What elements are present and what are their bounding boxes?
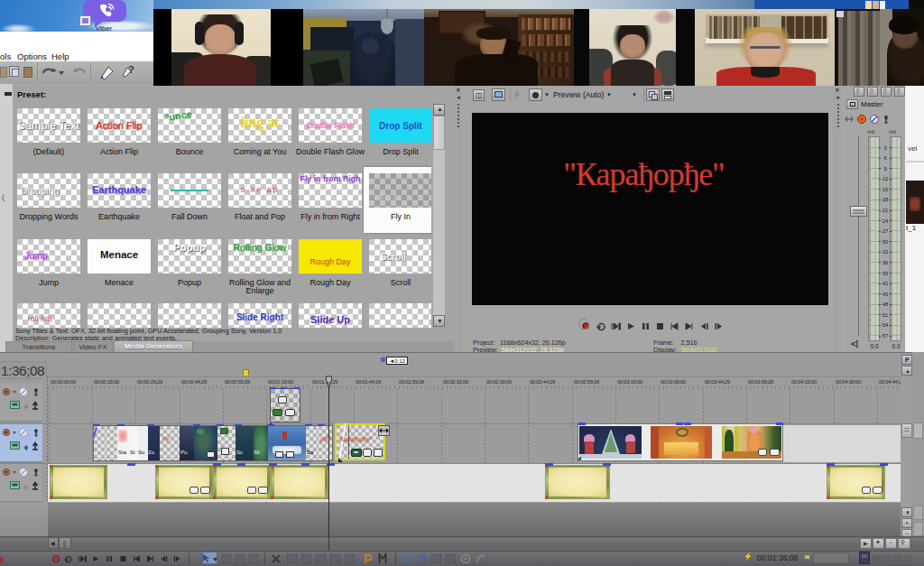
svg-text:?: ?: [128, 64, 134, 75]
